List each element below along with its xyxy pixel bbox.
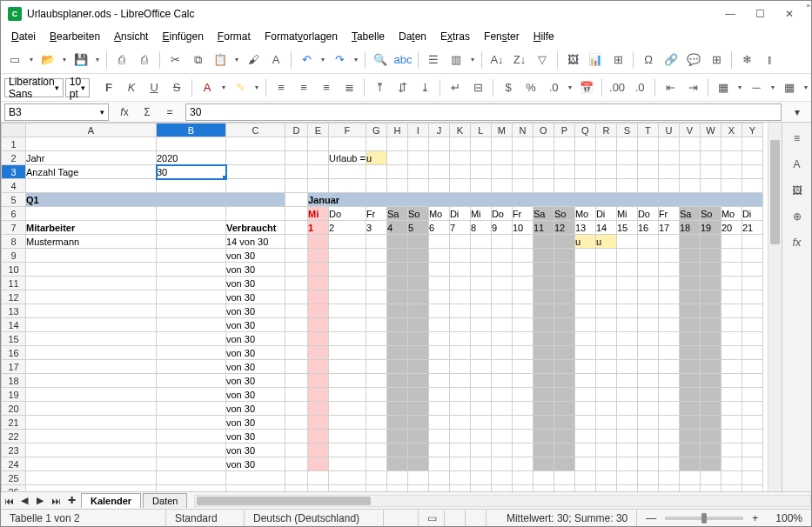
cell-S22[interactable] bbox=[616, 430, 637, 444]
cell-Q25[interactable] bbox=[574, 471, 595, 485]
cell-T9[interactable] bbox=[637, 249, 658, 263]
cell-L13[interactable] bbox=[470, 304, 491, 318]
col-header-L[interactable]: L bbox=[470, 123, 491, 137]
cell-S17[interactable] bbox=[616, 360, 637, 374]
bold-icon[interactable]: F bbox=[98, 77, 119, 98]
cell-B4[interactable] bbox=[157, 179, 226, 193]
cell-S25[interactable] bbox=[616, 471, 637, 485]
cell-N22[interactable] bbox=[512, 430, 533, 444]
hyperlink-icon[interactable]: 🔗 bbox=[661, 50, 681, 70]
cell-Y3[interactable] bbox=[742, 165, 762, 179]
cell-N20[interactable] bbox=[512, 402, 533, 416]
cell-W7[interactable]: 19 bbox=[700, 221, 721, 235]
cell-W2[interactable] bbox=[700, 151, 721, 165]
number-icon[interactable]: .0 bbox=[543, 77, 564, 98]
cell-D5[interactable] bbox=[285, 193, 308, 207]
cell-R10[interactable] bbox=[595, 263, 616, 277]
cell-A13[interactable] bbox=[26, 304, 157, 318]
cell-H4[interactable] bbox=[386, 179, 407, 193]
cell-D16[interactable] bbox=[285, 346, 308, 360]
col-header-R[interactable]: R bbox=[595, 123, 616, 137]
cell-V24[interactable] bbox=[679, 457, 700, 471]
cell-P13[interactable] bbox=[554, 304, 574, 318]
cell-S24[interactable] bbox=[616, 457, 637, 471]
special-char-icon[interactable]: Ω bbox=[638, 50, 659, 70]
row-header-23[interactable]: 23 bbox=[2, 444, 26, 457]
comment-icon[interactable]: 💬 bbox=[683, 50, 704, 70]
cell-Q14[interactable] bbox=[574, 318, 595, 332]
formula-expand-icon[interactable]: ▾ bbox=[787, 102, 808, 123]
cell-E14[interactable] bbox=[308, 318, 329, 332]
cell-O13[interactable] bbox=[533, 304, 554, 318]
sort-desc-icon[interactable]: Z↓ bbox=[509, 50, 530, 70]
cell-O8[interactable] bbox=[533, 235, 554, 249]
cell-M16[interactable] bbox=[491, 346, 512, 360]
cell-V16[interactable] bbox=[679, 346, 700, 360]
cell-N14[interactable] bbox=[512, 318, 533, 332]
cell-W10[interactable] bbox=[700, 263, 721, 277]
cell-Y16[interactable] bbox=[742, 346, 762, 360]
cell-H17[interactable] bbox=[386, 360, 407, 374]
cell-K6[interactable]: Di bbox=[449, 207, 470, 221]
cell-P17[interactable] bbox=[554, 360, 574, 374]
cell-W12[interactable] bbox=[700, 290, 721, 304]
cell-I4[interactable] bbox=[407, 179, 428, 193]
cell-D8[interactable] bbox=[285, 235, 308, 249]
cell-O12[interactable] bbox=[533, 290, 554, 304]
cell-K3[interactable] bbox=[449, 165, 470, 179]
cell-F9[interactable] bbox=[329, 249, 366, 263]
cell-A2[interactable]: Jahr bbox=[26, 151, 157, 165]
cell-S26[interactable] bbox=[616, 485, 637, 492]
row-header-25[interactable]: 25 bbox=[2, 471, 26, 485]
col-header-Q[interactable]: Q bbox=[574, 123, 595, 137]
cell-J9[interactable] bbox=[428, 249, 449, 263]
zoom-slider[interactable] bbox=[665, 517, 743, 520]
cell-R25[interactable] bbox=[595, 471, 616, 485]
cell-U22[interactable] bbox=[658, 430, 679, 444]
cell-M10[interactable] bbox=[491, 263, 512, 277]
cell-L20[interactable] bbox=[470, 402, 491, 416]
cell-R22[interactable] bbox=[595, 430, 616, 444]
cell-T8[interactable] bbox=[637, 235, 658, 249]
cell-M19[interactable] bbox=[491, 388, 512, 402]
cell-N11[interactable] bbox=[512, 277, 533, 290]
cell-H19[interactable] bbox=[386, 388, 407, 402]
cell-Q23[interactable] bbox=[574, 444, 595, 457]
cell-I26[interactable] bbox=[407, 485, 428, 492]
tab-next-icon[interactable]: ▶ bbox=[32, 495, 48, 506]
cell-B7[interactable] bbox=[157, 221, 226, 235]
cell-G4[interactable] bbox=[366, 179, 386, 193]
cell-K26[interactable] bbox=[449, 485, 470, 492]
cell-G12[interactable] bbox=[366, 290, 386, 304]
cell-C13[interactable]: von 30 bbox=[226, 304, 285, 318]
cell-I23[interactable] bbox=[407, 444, 428, 457]
cell-T20[interactable] bbox=[637, 402, 658, 416]
cell-E20[interactable] bbox=[308, 402, 329, 416]
image-icon[interactable]: 🖼 bbox=[562, 50, 583, 70]
row-header-20[interactable]: 20 bbox=[2, 402, 26, 416]
cell-D12[interactable] bbox=[285, 290, 308, 304]
cell-A17[interactable] bbox=[26, 360, 157, 374]
cell-E24[interactable] bbox=[308, 457, 329, 471]
cell-A6[interactable] bbox=[26, 207, 157, 221]
cell-W4[interactable] bbox=[700, 179, 721, 193]
cell-M7[interactable]: 9 bbox=[491, 221, 512, 235]
menu-datei[interactable]: Datei bbox=[6, 29, 41, 44]
cell-K25[interactable] bbox=[449, 471, 470, 485]
col-header-I[interactable]: I bbox=[407, 123, 428, 137]
cell-U15[interactable] bbox=[658, 332, 679, 346]
cell-F6[interactable]: Do bbox=[329, 207, 366, 221]
cell-M2[interactable] bbox=[491, 151, 512, 165]
cell-J12[interactable] bbox=[428, 290, 449, 304]
indent-inc-icon[interactable]: ⇥ bbox=[682, 77, 703, 98]
row-header-26[interactable]: 26 bbox=[2, 485, 26, 492]
cell-R4[interactable] bbox=[595, 179, 616, 193]
cut-icon[interactable]: ✂ bbox=[164, 50, 185, 70]
cell-D11[interactable] bbox=[285, 277, 308, 290]
cell-P26[interactable] bbox=[554, 485, 574, 492]
cell-P14[interactable] bbox=[554, 318, 574, 332]
cell-P2[interactable] bbox=[554, 151, 574, 165]
cell-E26[interactable] bbox=[308, 485, 329, 492]
cell-W24[interactable] bbox=[700, 457, 721, 471]
cell-I17[interactable] bbox=[407, 360, 428, 374]
